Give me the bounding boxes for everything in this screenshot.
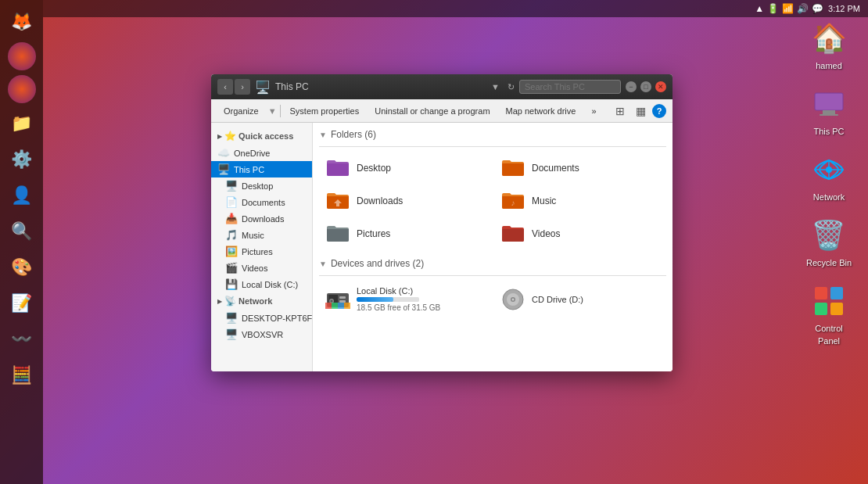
taskbar-search[interactable]: 🔍 (6, 216, 38, 247)
sidebar-network-header[interactable]: ▸ 📡 Network (211, 292, 312, 310)
folder-desktop[interactable]: Desktop (319, 153, 491, 183)
main-panel: ▼ Folders (6) Desktop (313, 123, 673, 371)
quick-access-icon: ⭐ (224, 131, 236, 142)
network-sidebar-label: Network (239, 296, 272, 306)
sidebar-pictures[interactable]: 🖼️ Pictures (211, 243, 312, 260)
taskbar-people[interactable]: 👤 (6, 180, 38, 211)
drive-c-progress-fill (357, 297, 393, 302)
back-button[interactable]: ‹ (217, 79, 233, 95)
network-tray-icon: ▲ (755, 3, 764, 14)
taskbar-ubuntu[interactable] (8, 42, 36, 70)
minimize-button[interactable]: − (626, 81, 637, 92)
svg-point-26 (512, 298, 515, 300)
svg-text:♪: ♪ (511, 199, 515, 207)
taskbar-paint[interactable]: 🎨 (6, 252, 38, 283)
documents-folder-icon (500, 157, 525, 179)
system-properties-button[interactable]: System properties (284, 105, 366, 117)
folder-music[interactable]: ♪ Music (494, 186, 666, 216)
network-icon (809, 150, 848, 189)
recycle-bin-icon: 🗑️ (809, 216, 848, 255)
devices-divider (319, 275, 666, 276)
search-input[interactable] (519, 80, 621, 94)
svg-rect-9 (815, 303, 827, 315)
right-dock: 🏠 hamed This PC Network 🗑️ Recycle Bin (790, 0, 868, 484)
downloads-sidebar-label: Downloads (242, 214, 284, 224)
recycle-bin-label: Recycle Bin (806, 258, 852, 267)
this-pc-label: This PC (813, 127, 844, 136)
organize-button[interactable]: Organize (217, 105, 265, 117)
toolbar-right: ⊞ ▦ ? (612, 102, 666, 120)
onedrive-label: OneDrive (234, 149, 270, 158)
dock-network[interactable]: Network (806, 147, 852, 205)
drive-d[interactable]: CD Drive (D:) (494, 282, 666, 316)
maximize-button[interactable]: □ (640, 81, 651, 92)
taskbar-notes[interactable]: 📝 (6, 288, 38, 319)
sidebar-music[interactable]: 🎵 Music (211, 227, 312, 243)
cd-drive-icon (500, 287, 525, 312)
sidebar-vboxsvr[interactable]: 🖥️ VBOXSVR (211, 326, 312, 342)
sidebar-disk-icon: 💾 (225, 278, 238, 290)
organize-dropdown[interactable]: ▼ (268, 106, 277, 116)
drive-c[interactable]: Local Disk (C:) 18.5 GB free of 31.5 GB (319, 282, 491, 316)
network-sidebar-icon: 📡 (224, 296, 236, 307)
taskbar-firefox[interactable]: 🦊 (6, 6, 38, 38)
more-button[interactable]: » (585, 105, 602, 117)
folders-section-header[interactable]: ▼ Folders (6) (319, 129, 666, 140)
devices-section-header[interactable]: ▼ Devices and drives (2) (319, 258, 666, 269)
sidebar-this-pc[interactable]: 🖥️ This PC (211, 161, 312, 177)
uninstall-button[interactable]: Uninstall or change a program (368, 105, 496, 117)
devices-arrow: ▼ (319, 260, 327, 268)
folder-downloads[interactable]: Downloads (319, 186, 491, 216)
sidebar-desktop-kpt[interactable]: 🖥️ DESKTOP-KPT6F75 (211, 310, 312, 326)
folder-documents[interactable]: Documents (494, 153, 666, 183)
drive-d-info: CD Drive (D:) (532, 295, 583, 304)
close-button[interactable]: ✕ (655, 81, 666, 92)
folder-pictures[interactable]: Pictures (319, 219, 491, 249)
svg-rect-19 (325, 303, 332, 309)
dock-this-pc[interactable]: This PC (806, 81, 852, 139)
desktop-kpt-label: DESKTOP-KPT6F75 (242, 314, 313, 323)
taskbar: 🦊 📁 ⚙️ 👤 🔍 🎨 📝 〰️ 🧮 (0, 0, 43, 484)
svg-rect-7 (815, 287, 827, 299)
videos-folder-icon (500, 223, 525, 245)
forward-button[interactable]: › (235, 79, 250, 95)
view-options-button[interactable]: ⊞ (612, 102, 629, 120)
sidebar-downloads[interactable]: 📥 Downloads (211, 210, 312, 227)
svg-rect-3 (820, 114, 838, 116)
taskbar-wave[interactable]: 〰️ (6, 324, 38, 355)
sidebar-pictures-icon: 🖼️ (225, 246, 238, 257)
map-network-button[interactable]: Map network drive (500, 105, 583, 117)
onedrive-icon: ☁️ (217, 147, 230, 159)
window-controls: − □ ✕ (626, 81, 666, 92)
help-button[interactable]: ? (652, 104, 666, 118)
downloads-folder-icon (325, 190, 350, 212)
svg-rect-15 (339, 296, 346, 299)
taskbar-calc[interactable]: 🧮 (6, 360, 38, 391)
sidebar-videos[interactable]: 🎬 Videos (211, 260, 312, 276)
sidebar-quick-access-header[interactable]: ▸ ⭐ Quick access (211, 127, 312, 145)
drive-d-name: CD Drive (D:) (532, 295, 583, 304)
dock-hamed[interactable]: 🏠 hamed (806, 16, 852, 73)
folder-downloads-label: Downloads (357, 195, 403, 206)
title-bar-dropdown[interactable]: ▼ (491, 82, 500, 91)
taskbar-files[interactable]: 📁 (6, 108, 38, 139)
sidebar-local-disk[interactable]: 💾 Local Disk (C:) (211, 276, 312, 292)
system-bar: ▲ 🔋 📶 🔊 💬 3:12 PM (43, 0, 868, 17)
drive-c-name: Local Disk (C:) (357, 286, 440, 296)
folder-videos[interactable]: Videos (494, 219, 666, 249)
dock-control-panel[interactable]: Control Panel (806, 278, 852, 349)
videos-sidebar-label: Videos (242, 264, 267, 273)
quick-access-arrow: ▸ (217, 131, 222, 142)
sidebar-documents[interactable]: 📄 Documents (211, 194, 312, 210)
view-pane-button[interactable]: ▦ (632, 102, 649, 120)
nav-buttons: ‹ › (217, 79, 250, 95)
window-title: This PC (275, 81, 483, 92)
taskbar-ubuntu2[interactable] (8, 75, 36, 103)
title-bar-refresh[interactable]: ↻ (508, 82, 515, 92)
drive-c-info: Local Disk (C:) 18.5 GB free of 31.5 GB (357, 286, 440, 312)
control-panel-icon (809, 281, 848, 321)
taskbar-settings[interactable]: ⚙️ (6, 144, 38, 175)
sidebar-desktop[interactable]: 🖥️ Desktop (211, 177, 312, 194)
sidebar-onedrive[interactable]: ☁️ OneDrive (211, 145, 312, 161)
dock-recycle-bin[interactable]: 🗑️ Recycle Bin (803, 213, 855, 271)
